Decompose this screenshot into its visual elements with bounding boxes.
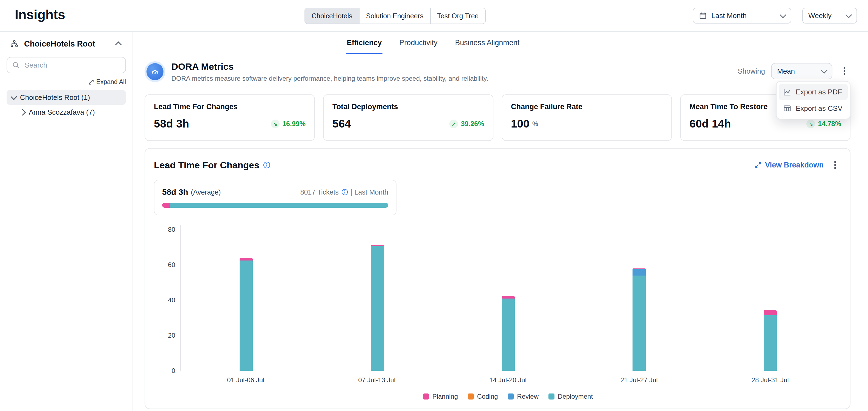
metric-value: 60d 14h: [689, 118, 731, 130]
dora-kebab-menu-button[interactable]: [838, 63, 850, 79]
lead-time-title: Lead Time For Changes: [154, 160, 259, 170]
stacked-bar[interactable]: [502, 296, 515, 371]
view-breakdown-label: View Breakdown: [765, 161, 824, 169]
bar-segment-planning: [764, 310, 777, 315]
calendar-icon: [699, 10, 707, 21]
legend-item-coding[interactable]: Coding: [468, 393, 498, 400]
granularity-select[interactable]: Weekly: [802, 8, 857, 24]
chevron-up-icon: [115, 41, 122, 48]
distribution-segment-planning: [162, 203, 170, 208]
legend-swatch: [549, 393, 555, 400]
tree-item-label: Anna Scozzafava (7): [29, 108, 95, 116]
x-axis-label: 01 Jul-06 Jul: [180, 376, 311, 384]
bar-group: [312, 225, 442, 371]
tab-productivity[interactable]: Productivity: [399, 32, 438, 54]
y-axis-tick: 80: [159, 226, 175, 233]
main-content: Efficiency Productivity Business Alignme…: [134, 32, 868, 411]
legend-swatch: [468, 393, 474, 400]
expand-icon: [755, 162, 762, 169]
top-bar-controls: Last Month Weekly: [693, 8, 857, 24]
stacked-bar[interactable]: [764, 310, 777, 371]
legend-item-review[interactable]: Review: [508, 393, 538, 400]
bar-group: [705, 225, 836, 371]
kebab-icon: [843, 67, 845, 75]
chart-x-axis: 01 Jul-06 Jul07 Jul-13 Jul14 Jul-20 Jul2…: [180, 376, 836, 384]
top-bar: Insights ChoiceHotels Solution Engineers…: [0, 0, 868, 32]
lead-time-summary-card: 58d 3h (Average) 8017 Tickets | Last Mon…: [154, 180, 397, 215]
metric-delta: ↘ 14.78%: [806, 119, 841, 128]
tab-label: Efficiency: [347, 39, 382, 47]
stacked-bar[interactable]: [632, 268, 646, 371]
bar-segment-deployment: [240, 261, 253, 371]
dora-metrics-header: DORA Metrics DORA metrics measure softwa…: [145, 61, 850, 82]
metric-delta: ↘ 16.99%: [271, 119, 306, 128]
stacked-bar[interactable]: [371, 245, 384, 371]
org-tab-label: Test Org Tree: [437, 12, 478, 20]
tab-efficiency[interactable]: Efficiency: [346, 32, 382, 54]
average-label: (Average): [191, 188, 221, 196]
metric-card-total-deployments: Total Deployments 564 ↗ 39.26%: [323, 94, 493, 141]
bar-segment-deployment: [764, 315, 777, 371]
bar-segment-deployment: [632, 276, 646, 371]
bar-group: [443, 225, 574, 371]
chevron-down-icon: [820, 67, 827, 74]
org-tab-solution-engineers[interactable]: Solution Engineers: [360, 8, 431, 24]
tree-item-choicehotels-root[interactable]: ChoiceHotels Root (1): [7, 90, 126, 105]
bar-group: [574, 225, 705, 371]
metric-title: Lead Time For Changes: [154, 103, 306, 111]
menu-item-export-pdf[interactable]: Export as PDF: [779, 84, 848, 100]
period-select[interactable]: Last Month: [693, 8, 791, 24]
table-icon: [783, 104, 791, 112]
org-tab-choicehotels[interactable]: ChoiceHotels: [305, 8, 360, 24]
chevron-down-icon: [845, 11, 852, 18]
granularity-select-value: Weekly: [808, 11, 832, 20]
legend-item-deployment[interactable]: Deployment: [549, 393, 593, 400]
menu-item-label: Export as PDF: [796, 88, 842, 96]
dora-title: DORA Metrics: [172, 61, 488, 72]
trend-down-icon: ↘: [806, 119, 815, 128]
aggregation-select[interactable]: Mean: [771, 63, 832, 79]
lead-time-distribution-bar: [162, 203, 388, 208]
expand-icon: [88, 79, 94, 85]
tab-business-alignment[interactable]: Business Alignment: [455, 32, 520, 54]
metric-card-lead-time: Lead Time For Changes 58d 3h ↘ 16.99%: [145, 94, 315, 141]
metric-title: Change Failure Rate: [511, 103, 663, 111]
info-icon[interactable]: [341, 189, 348, 195]
dora-metric-cards: Lead Time For Changes 58d 3h ↘ 16.99% To…: [145, 94, 850, 141]
sidebar-header: ChoiceHotels Root: [7, 37, 126, 50]
tab-bar: Efficiency Productivity Business Alignme…: [134, 32, 868, 54]
lead-time-card: Lead Time For Changes View Breakdown: [145, 148, 850, 409]
kebab-icon: [834, 161, 836, 169]
tab-label: Business Alignment: [455, 39, 520, 47]
tree-item-anna-scozzafava[interactable]: Anna Scozzafava (7): [17, 105, 126, 119]
org-tab-test-org-tree[interactable]: Test Org Tree: [431, 8, 485, 24]
chevron-down-icon: [780, 11, 786, 18]
aggregation-select-value: Mean: [777, 67, 795, 75]
legend-item-planning[interactable]: Planning: [423, 393, 458, 400]
delta-value: 16.99%: [282, 120, 306, 128]
view-breakdown-button[interactable]: View Breakdown: [755, 161, 824, 169]
info-icon[interactable]: [263, 162, 270, 169]
search-input[interactable]: [24, 61, 121, 70]
legend-label: Deployment: [558, 393, 593, 400]
menu-item-export-csv[interactable]: Export as CSV: [779, 100, 848, 116]
trend-down-icon: ↘: [271, 119, 280, 128]
expand-all-label: Expand All: [96, 78, 126, 85]
tree-item-label: ChoiceHotels Root (1): [20, 93, 90, 102]
page-title: Insights: [15, 7, 65, 22]
legend-label: Review: [517, 393, 538, 400]
expand-all-link[interactable]: Expand All: [88, 78, 126, 85]
metric-delta: ↗ 39.26%: [450, 119, 484, 128]
legend-label: Coding: [477, 393, 498, 400]
sidebar-collapse-button[interactable]: [113, 38, 124, 49]
metric-unit: %: [532, 120, 538, 128]
stacked-bar[interactable]: [240, 258, 253, 371]
delta-value: 39.26%: [461, 120, 484, 128]
tickets-count: 8017 Tickets: [300, 188, 339, 196]
metric-value: 564: [333, 118, 351, 130]
lead-time-kebab-menu-button[interactable]: [829, 157, 841, 173]
x-axis-label: 28 Jul-31 Jul: [705, 376, 836, 384]
tab-label: Productivity: [399, 39, 438, 47]
org-tree: ChoiceHotels Root (1) Anna Scozzafava (7…: [7, 90, 126, 119]
average-value: 58d 3h: [162, 187, 188, 197]
